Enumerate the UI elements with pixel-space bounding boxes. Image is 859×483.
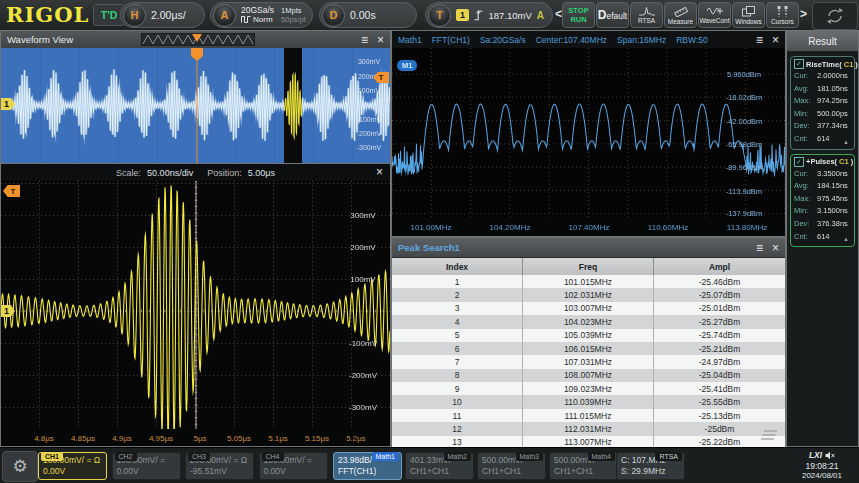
close-icon[interactable]: × xyxy=(772,243,779,253)
toolbar-button-label: Cursors xyxy=(771,18,794,25)
math-block-math4[interactable]: Math4500.00mV/CH1+CH1 xyxy=(549,452,618,480)
toolbar-next-arrow[interactable]: > xyxy=(800,7,807,21)
horizontal-settings[interactable]: H 2.00μs/ xyxy=(120,2,205,28)
delay-value: 0.00s xyxy=(350,9,376,21)
close-icon[interactable]: × xyxy=(376,167,383,177)
rtsa-block[interactable]: RTSAC: 107.MHzS: 29.9MHz xyxy=(616,452,685,480)
cursors-button[interactable]: Cursors xyxy=(766,2,799,28)
math-tab: Math4 xyxy=(588,452,615,461)
delay-knob-button[interactable]: D xyxy=(322,4,345,27)
peak-table-cell: 9 xyxy=(392,382,523,395)
peak-table-row[interactable]: 4104.023MHz-25.27dBm xyxy=(392,315,785,328)
wavecont-button[interactable]: WaveCont xyxy=(698,2,731,28)
rtsa-button[interactable]: RTSA xyxy=(630,2,663,28)
peak-search-header[interactable]: Peak Search1 ≡ × xyxy=(392,238,785,258)
axis-tick-label: 200mV xyxy=(350,243,375,252)
delay-settings[interactable]: D 0.00s xyxy=(319,2,417,28)
triangle-up-icon[interactable]: ▲ xyxy=(843,139,849,145)
waveform-thumbnail-strip[interactable] xyxy=(141,33,255,46)
stat-label: Max: xyxy=(794,95,814,108)
zoom-window-header[interactable]: Scale: 50.00ns/div Position: 5.00μs × xyxy=(1,164,390,181)
axis-tick-label: -300mV xyxy=(357,144,382,151)
acquire-settings[interactable]: A 20GSa/s Norm 1Mpts 50ps/pt xyxy=(210,2,313,28)
math1-badge[interactable]: M1 xyxy=(397,60,417,71)
stat-value: 974.25ns xyxy=(817,95,848,108)
close-icon[interactable]: × xyxy=(377,35,384,45)
peak-table-column-header: Ampl xyxy=(654,258,785,275)
peak-table-cell: 104.023MHz xyxy=(523,315,654,328)
measurement-card-pluspulses[interactable]: ✓+Pulses(C1)Cur:3.3500nsAvg:184.15nsMax:… xyxy=(790,154,855,248)
triangle-up-icon[interactable]: ▲ xyxy=(843,236,849,242)
stat-value: 184.15ns xyxy=(817,180,848,193)
default-button[interactable]: Default xyxy=(596,2,629,28)
axis-tick-label: -18.02dBm xyxy=(726,93,763,102)
axis-tick-label: 300mV xyxy=(350,211,375,220)
peak-table-row[interactable]: 2102.031MHz-25.07dBm xyxy=(392,288,785,301)
math-tab: Math2 xyxy=(444,452,471,461)
horizontal-knob-button[interactable]: H xyxy=(123,4,146,27)
drag-grip-icon[interactable] xyxy=(760,430,778,441)
fft-title-part: RBW:50 xyxy=(676,35,708,45)
peak-table-header: IndexFreqAmpl xyxy=(392,258,785,275)
sample-rate-value: 20GSa/s xyxy=(241,6,274,16)
peak-table-row[interactable]: 1101.015MHz-25.46dBm xyxy=(392,275,785,288)
axis-tick-label: -200mV xyxy=(349,371,377,380)
peak-table-row[interactable]: 10110.039MHz-25.55dBm xyxy=(392,395,785,408)
peak-search-window: Peak Search1 ≡ × IndexFreqAmpl 1101.015M… xyxy=(391,237,786,447)
axis-tick-label: 110.60MHz xyxy=(648,223,688,232)
main-waveform-canvas[interactable] xyxy=(1,48,390,163)
stop-run-label: STOP xyxy=(568,7,588,15)
math-block-math3[interactable]: Math3500.00mV/CH1+CH1 xyxy=(477,452,546,480)
peak-table-row[interactable]: 3103.007MHz-25.01dBm xyxy=(392,302,785,315)
waveform-view-title: Waveform View xyxy=(7,34,73,45)
menu-icon[interactable]: ≡ xyxy=(756,35,763,45)
close-icon[interactable]: × xyxy=(772,35,779,45)
trigger-knob-button[interactable]: T xyxy=(428,4,451,27)
peak-table-row[interactable]: 7107.031MHz-24.97dBm xyxy=(392,355,785,368)
windows-button[interactable]: Windows xyxy=(732,2,765,28)
rtsa-span: S: 29.9MHz xyxy=(621,466,680,477)
menu-icon[interactable]: ≡ xyxy=(756,243,763,253)
peak-table-row[interactable]: 6106.015MHz-25.21dBm xyxy=(392,342,785,355)
acquire-knob-button[interactable]: A xyxy=(213,4,236,27)
toolbar-prev-arrow[interactable]: < xyxy=(555,7,562,21)
channel-block-ch2[interactable]: CH2100.00mV/ =0.00V xyxy=(112,452,181,480)
measurement-name: RiseTime( xyxy=(806,60,842,69)
memory-depth-value: 1Mpts xyxy=(281,6,306,16)
peak-table-cell: 5 xyxy=(392,329,523,342)
math-block-math1[interactable]: Math123.98dB/FFT(CH1) xyxy=(333,452,402,480)
zoom-waveform-canvas[interactable] xyxy=(1,181,390,429)
waveform-view-header[interactable]: Waveform View ≡ × xyxy=(1,31,390,49)
axis-tick-label: -200mV xyxy=(357,130,382,137)
trigger-settings[interactable]: T 1 187.10mV A xyxy=(425,2,553,28)
axis-tick-label: 4.8μs xyxy=(34,434,54,443)
peak-table-cell: 1 xyxy=(392,275,523,288)
channel-block-ch1[interactable]: CH1100.00mV/ = Ω0.00V xyxy=(38,452,107,480)
measurement-card-risetime[interactable]: ✓RiseTime(C1)Cur:2.0000nsAvg:181.05nsMax… xyxy=(790,56,855,150)
toolbar-menu-buttons: STOPRUNDefaultRTSAMeasureWaveContWindows… xyxy=(562,2,799,28)
axis-tick-label: 5.15μs xyxy=(305,434,329,443)
settings-button[interactable]: ⚙ xyxy=(2,451,38,482)
top-toolbar: RIGOL T'D H 2.00μs/ A 20GSa/s Norm 1Mpts… xyxy=(0,0,859,31)
display-mode-button[interactable] xyxy=(812,2,858,30)
result-panel: Result ✓RiseTime(C1)Cur:2.0000nsAvg:181.… xyxy=(786,30,859,447)
lxi-label: LXI xyxy=(809,450,822,461)
horizontal-scale-value: 2.00μs/ xyxy=(151,9,186,21)
measurement-channel: C1 xyxy=(839,157,849,166)
menu-icon[interactable]: ≡ xyxy=(361,35,368,45)
math-block-math2[interactable]: Math2401.33mV/CH1+CH1 xyxy=(405,452,474,480)
peak-table-row[interactable]: 11111.015MHz-25.13dBm xyxy=(392,409,785,422)
channel-block-ch4[interactable]: CH4100.00mV/ =0.00V xyxy=(259,452,328,480)
speaker-mute-icon[interactable] xyxy=(825,451,835,460)
fft-header[interactable]: Math1FFT(CH1)Sa:20GSa/sCenter:107.40MHzS… xyxy=(392,31,785,49)
stop-run-button[interactable]: STOPRUN xyxy=(562,2,595,28)
peak-table-row[interactable]: 5105.039MHz-25.74dBm xyxy=(392,329,785,342)
stat-label: Min: xyxy=(794,108,814,121)
peak-table-row[interactable]: 9109.023MHz-25.41dBm xyxy=(392,382,785,395)
peak-table-row[interactable]: 8108.007MHz-25.04dBm xyxy=(392,369,785,382)
peak-table-column-header: Index xyxy=(392,258,523,275)
peak-table-cell: 102.031MHz xyxy=(523,288,654,301)
channel-block-ch3[interactable]: CH3200.00mV/ = Ω-95.51mV xyxy=(185,452,254,480)
peak-table-row[interactable]: 12112.031MHz-25dBm xyxy=(392,422,785,435)
measure-button[interactable]: Measure xyxy=(664,2,697,28)
